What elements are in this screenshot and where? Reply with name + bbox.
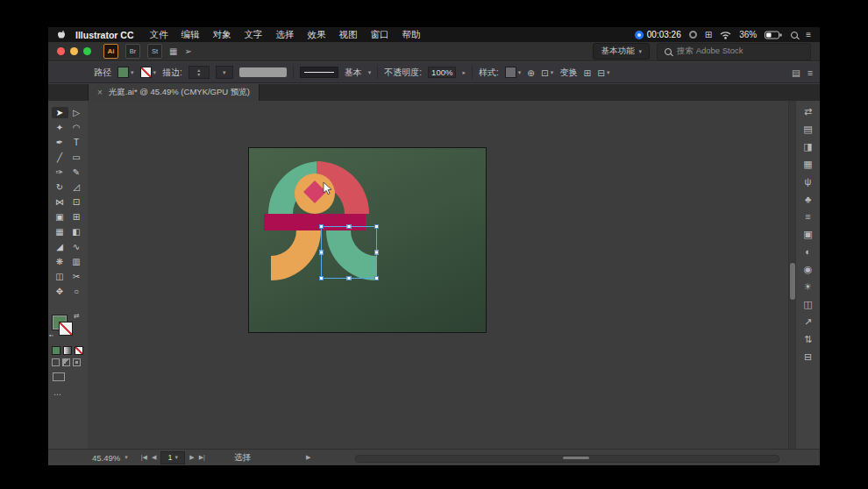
stock-search-input[interactable]: 搜索 Adobe Stock bbox=[657, 43, 811, 60]
stroke-weight-stepper[interactable]: ▴ ▾ bbox=[189, 66, 210, 79]
menu-item-9[interactable]: 帮助 bbox=[402, 29, 421, 41]
color-guide-icon[interactable]: ◉ bbox=[804, 264, 813, 274]
workspace-switcher[interactable]: 基本功能 ▾ bbox=[593, 43, 650, 60]
menu-item-4[interactable]: 文字 bbox=[245, 29, 263, 41]
layers-icon[interactable]: ≡ bbox=[805, 211, 810, 222]
first-artboard-button[interactable]: |◀ bbox=[141, 454, 147, 461]
stroke-swatch[interactable] bbox=[59, 322, 73, 336]
rectangle-tool[interactable]: ▭ bbox=[68, 152, 85, 163]
bridge-button[interactable]: Br bbox=[125, 44, 140, 59]
line-segment-tool[interactable]: ╱ bbox=[52, 152, 68, 163]
minimize-window-button[interactable] bbox=[70, 47, 78, 55]
graphic-style-control[interactable]: ▾ bbox=[505, 67, 522, 78]
selection-handle[interactable] bbox=[347, 276, 352, 280]
orange-leg-shape[interactable] bbox=[271, 230, 321, 280]
edit-toolbar-icon[interactable]: ⋯ bbox=[53, 390, 88, 399]
libraries-icon[interactable]: ▤ bbox=[803, 124, 812, 134]
eyedropper-tool[interactable]: ◢ bbox=[52, 241, 68, 252]
transform-link[interactable]: 变换 bbox=[559, 67, 577, 79]
battery-icon[interactable] bbox=[765, 31, 783, 39]
zoom-dropdown-icon[interactable]: ▾ bbox=[125, 454, 128, 461]
align-control[interactable]: ⊡ ▾ bbox=[541, 67, 553, 78]
selection-handle[interactable] bbox=[374, 224, 379, 229]
magic-wand-tool[interactable]: ✦ bbox=[52, 122, 68, 133]
stroke-color-control[interactable]: ▾ bbox=[140, 67, 157, 78]
opacity-field[interactable]: 100% bbox=[428, 67, 456, 78]
width-tool[interactable]: ⋈ bbox=[52, 196, 68, 208]
symbol-sprayer-tool[interactable]: ❋ bbox=[52, 256, 68, 267]
scale-tool[interactable]: ◿ bbox=[68, 181, 85, 193]
spotlight-icon[interactable] bbox=[791, 32, 798, 39]
chevron-right-icon[interactable]: ▸ bbox=[462, 69, 466, 76]
selection-handle[interactable] bbox=[319, 224, 324, 229]
menu-item-6[interactable]: 效果 bbox=[308, 29, 326, 41]
appearance-icon[interactable]: ☀ bbox=[804, 281, 813, 292]
close-tab-icon[interactable]: × bbox=[97, 88, 103, 97]
next-artboard-button[interactable]: ▶ bbox=[189, 454, 194, 461]
zoom-tool[interactable]: ○ bbox=[68, 286, 85, 297]
canvas[interactable] bbox=[88, 101, 789, 449]
rotate-tool[interactable]: ↻ bbox=[52, 181, 68, 193]
links-icon[interactable]: ⊟ bbox=[804, 351, 812, 362]
selection-tool[interactable]: ➤ bbox=[52, 107, 68, 118]
draw-inside-button[interactable] bbox=[73, 358, 81, 366]
zoom-window-button[interactable] bbox=[83, 47, 91, 55]
asset-export-icon[interactable]: ⇅ bbox=[804, 334, 812, 344]
menu-item-2[interactable]: 编辑 bbox=[181, 29, 200, 41]
color-button[interactable] bbox=[52, 346, 60, 355]
control-center-icon[interactable]: ≡ bbox=[806, 31, 811, 39]
share-icon[interactable]: ➢ bbox=[184, 46, 191, 56]
menu-item-1[interactable]: 文件 bbox=[150, 29, 168, 41]
paintbrush-tool[interactable]: ✑ bbox=[52, 167, 68, 178]
arrange-control[interactable]: ⊟ ▾ bbox=[597, 67, 609, 78]
lasso-tool[interactable]: ◠ bbox=[68, 122, 85, 133]
free-transform-tool[interactable]: ⊡ bbox=[68, 196, 85, 208]
width-profile-preview[interactable] bbox=[239, 67, 287, 77]
slice-tool[interactable]: ✂ bbox=[68, 271, 85, 282]
graphic-styles-icon[interactable]: ◫ bbox=[803, 299, 812, 309]
menu-item-7[interactable]: 视图 bbox=[339, 29, 358, 41]
pen-tool[interactable]: ✒ bbox=[52, 137, 68, 148]
stock-button[interactable]: St bbox=[147, 44, 162, 59]
blend-tool[interactable]: ∿ bbox=[68, 241, 85, 252]
color-icon[interactable]: ◐ bbox=[805, 246, 811, 257]
swap-fill-stroke-icon[interactable]: ⇄ bbox=[74, 312, 80, 320]
gradient-tool[interactable]: ◧ bbox=[68, 226, 85, 237]
document-tab[interactable]: × 光庭.ai* @ 45.49% (CMYK/GPU 预览) bbox=[88, 84, 260, 101]
artboards-icon[interactable]: ▣ bbox=[803, 229, 812, 239]
stroke-weight-dropdown[interactable]: ▾ bbox=[216, 66, 233, 79]
artboard-tool[interactable]: ◫ bbox=[52, 271, 68, 282]
share-icon[interactable]: ↗ bbox=[804, 316, 812, 327]
selection-handle[interactable] bbox=[347, 224, 352, 229]
status-expand-icon[interactable]: ▶ bbox=[306, 454, 310, 461]
isolate-icon[interactable]: ⊞ bbox=[583, 67, 591, 78]
none-button[interactable] bbox=[75, 346, 83, 355]
input-source-icon[interactable]: ⊞ bbox=[705, 31, 712, 39]
recolor-artwork-icon[interactable]: ⊕ bbox=[527, 67, 535, 78]
artboard[interactable] bbox=[248, 147, 487, 333]
column-graph-tool[interactable]: ▥ bbox=[68, 256, 85, 267]
menu-item-8[interactable]: 窗口 bbox=[371, 29, 389, 41]
shape-builder-tool[interactable]: ▣ bbox=[52, 211, 68, 223]
last-artboard-button[interactable]: ▶| bbox=[199, 454, 205, 461]
draw-behind-button[interactable] bbox=[62, 358, 70, 366]
wifi-icon[interactable] bbox=[720, 31, 731, 39]
gradient-button[interactable] bbox=[63, 346, 72, 355]
horizontal-scrollbar-thumb[interactable] bbox=[563, 457, 589, 459]
fill-color-control[interactable]: ▾ bbox=[117, 67, 134, 78]
panel-menu-icon[interactable]: ≡ bbox=[808, 67, 813, 78]
close-window-button[interactable] bbox=[57, 47, 65, 55]
brush-definition-preview[interactable] bbox=[300, 67, 338, 78]
chevron-down-icon[interactable]: ▾ bbox=[368, 69, 372, 76]
zoom-level[interactable]: 45.49% bbox=[92, 453, 120, 463]
selection-bounding-box[interactable] bbox=[321, 226, 377, 279]
selection-handle[interactable] bbox=[319, 251, 324, 255]
artboard-number-input[interactable]: 1 ▾ bbox=[160, 451, 185, 464]
default-swatches-icon[interactable]: ▪▫ bbox=[49, 332, 53, 338]
doc-layout-icon[interactable]: ▤ bbox=[792, 67, 800, 78]
prev-artboard-button[interactable]: ◀ bbox=[152, 454, 156, 461]
camera-indicator-icon[interactable] bbox=[689, 31, 697, 39]
hand-tool[interactable]: ✥ bbox=[52, 286, 68, 297]
selection-handle[interactable] bbox=[319, 276, 324, 280]
selection-handle[interactable] bbox=[374, 276, 379, 280]
